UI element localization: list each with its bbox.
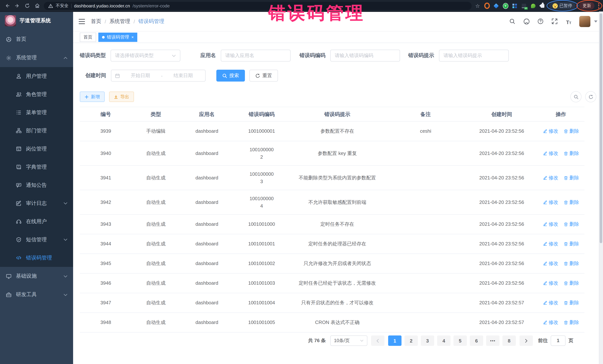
fullscreen-icon[interactable] xyxy=(551,18,558,25)
cell-message: 定时任务已经处于该状态，无需修改 xyxy=(290,274,385,293)
cell-app: dashboard xyxy=(180,141,234,165)
error-code-input[interactable]: 请输入错误码编码 xyxy=(330,50,400,62)
chevron-down-icon xyxy=(63,293,68,296)
page-button-2[interactable]: 2 xyxy=(405,335,418,346)
sidebar-item-通知公告[interactable]: 通知公告 xyxy=(0,176,73,194)
sidebar-item-菜单管理[interactable]: 菜单管理 xyxy=(0,103,73,121)
more-pages-icon[interactable]: ••• xyxy=(486,335,499,346)
show-search-button[interactable] xyxy=(570,91,581,102)
delete-button[interactable]: 删除 xyxy=(564,299,579,307)
date-range-picker[interactable]: 开始日期 - 结束日期 xyxy=(111,70,206,82)
error-type-select[interactable]: 请选择错误码类型 xyxy=(111,50,180,62)
extensions-puzzle-icon[interactable] xyxy=(540,3,545,9)
browser-menu-icon[interactable] xyxy=(598,3,599,8)
sidebar-item-短信管理[interactable]: 短信管理 xyxy=(0,231,73,249)
extension-orange-ring-icon[interactable] xyxy=(484,3,490,9)
sidebar-item-角色管理[interactable]: 角色管理 xyxy=(0,85,73,103)
sidebar-item-系统管理[interactable]: 系统管理 xyxy=(0,49,73,67)
next-page-button[interactable] xyxy=(520,335,533,346)
address-bar[interactable]: 不安全 dashboard.yudao.iocoder.cn/system/er… xyxy=(44,2,471,10)
edit-button[interactable]: 修改 xyxy=(543,150,558,157)
sidebar-item-在线用户[interactable]: 在线用户 xyxy=(0,212,73,231)
add-button[interactable]: 新增 xyxy=(80,92,105,102)
delete-button[interactable]: 删除 xyxy=(564,174,579,181)
search-button[interactable]: 搜索 xyxy=(216,70,245,82)
avatar[interactable] xyxy=(579,16,590,27)
delete-button[interactable]: 删除 xyxy=(564,150,579,157)
prev-page-button[interactable] xyxy=(371,335,384,346)
profile-sync-chip[interactable]: 已暂停 xyxy=(549,2,576,10)
edit-icon xyxy=(543,151,547,155)
delete-button[interactable]: 删除 xyxy=(564,240,579,248)
browser-update-chip[interactable]: 更新 xyxy=(579,2,594,10)
column-header: 备注 xyxy=(385,107,466,121)
chevron-down-icon[interactable] xyxy=(594,20,597,22)
delete-button[interactable]: 删除 xyxy=(564,319,579,326)
page-button-6[interactable]: 6 xyxy=(470,335,483,346)
edit-button[interactable]: 修改 xyxy=(543,128,558,135)
delete-button[interactable]: 删除 xyxy=(564,221,579,228)
refresh-table-button[interactable] xyxy=(585,91,596,102)
breadcrumb-home[interactable]: 首页 xyxy=(91,18,101,25)
page-button-5[interactable]: 5 xyxy=(453,335,467,346)
sidebar-item-label: 在线用户 xyxy=(26,218,47,225)
github-icon[interactable] xyxy=(523,18,530,25)
sidebar-item-审计日志[interactable]: 审计日志 xyxy=(0,194,73,212)
search-icon[interactable] xyxy=(509,18,516,25)
help-icon[interactable] xyxy=(537,18,544,25)
edit-button[interactable]: 修改 xyxy=(543,319,558,326)
delete-button[interactable]: 删除 xyxy=(564,128,579,135)
reset-button[interactable]: 重置 xyxy=(249,70,278,82)
sidebar-item-基础设施[interactable]: 基础设施 xyxy=(0,267,73,286)
sidebar-item-错误码管理[interactable]: 错误码管理 xyxy=(0,249,73,267)
page-button-3[interactable]: 3 xyxy=(421,335,434,346)
extension-green-leaf-icon[interactable] xyxy=(531,3,536,9)
sidebar-item-岗位管理[interactable]: 岗位管理 xyxy=(0,140,73,158)
page-button-4[interactable]: 4 xyxy=(437,335,451,346)
goto-page-input[interactable]: 1 xyxy=(551,335,566,346)
extension-switch-on-icon[interactable]: on xyxy=(521,3,527,9)
breadcrumb-system[interactable]: 系统管理 xyxy=(109,18,130,25)
edit-button[interactable]: 修改 xyxy=(543,279,558,287)
delete-button[interactable]: 删除 xyxy=(564,260,579,267)
delete-button[interactable]: 删除 xyxy=(564,199,579,206)
edit-button[interactable]: 修改 xyxy=(543,299,558,307)
edit-button[interactable]: 修改 xyxy=(543,199,558,206)
page-size-select[interactable]: 10条/页 xyxy=(330,335,367,346)
back-icon[interactable] xyxy=(4,2,10,9)
sidebar-item-研发工具[interactable]: 研发工具 xyxy=(0,286,73,304)
reload-icon[interactable] xyxy=(24,2,30,9)
close-icon[interactable]: × xyxy=(131,35,134,39)
edit-button[interactable]: 修改 xyxy=(543,260,558,267)
page-button-1[interactable]: 1 xyxy=(388,335,402,346)
cell-type: 自动生成 xyxy=(132,293,180,312)
tag-首页[interactable]: 首页 xyxy=(80,33,96,42)
extension-blue-gem-icon[interactable] xyxy=(493,3,499,9)
forward-icon[interactable] xyxy=(14,2,20,9)
home-nav-icon[interactable] xyxy=(34,2,40,9)
edit-button[interactable]: 修改 xyxy=(543,174,558,181)
error-msg-input[interactable]: 请输入错误码提示 xyxy=(439,50,509,62)
app-logo-row[interactable]: 芋道管理系统 xyxy=(0,11,73,30)
chevron-left-icon xyxy=(376,339,379,343)
sidebar-item-部门管理[interactable]: 部门管理 xyxy=(0,121,73,140)
tag-错误码管理[interactable]: 错误码管理× xyxy=(98,33,138,42)
page-button-8[interactable]: 8 xyxy=(502,335,516,346)
extension-green-check-icon[interactable]: V xyxy=(503,3,508,9)
chevron-up-icon xyxy=(63,56,68,59)
export-button[interactable]: 导出 xyxy=(109,92,134,102)
bookmark-star-icon[interactable]: ☆ xyxy=(475,3,480,9)
font-size-icon[interactable]: TT xyxy=(565,18,572,25)
edit-button[interactable]: 修改 xyxy=(543,221,558,228)
extension-blue-grid-icon[interactable] xyxy=(512,3,517,9)
browser-scrollbar[interactable] xyxy=(599,11,603,364)
edit-button[interactable]: 修改 xyxy=(543,240,558,248)
app-name-input[interactable]: 请输入应用名 xyxy=(221,50,290,62)
scrollbar-thumb[interactable] xyxy=(600,13,602,243)
column-header: 编号 xyxy=(80,107,132,121)
hamburger-icon[interactable] xyxy=(79,19,85,24)
sidebar-item-字典管理[interactable]: 字典管理 xyxy=(0,158,73,176)
sidebar-item-首页[interactable]: 首页 xyxy=(0,30,73,49)
delete-button[interactable]: 删除 xyxy=(564,279,579,287)
sidebar-item-用户管理[interactable]: 用户管理 xyxy=(0,67,73,85)
